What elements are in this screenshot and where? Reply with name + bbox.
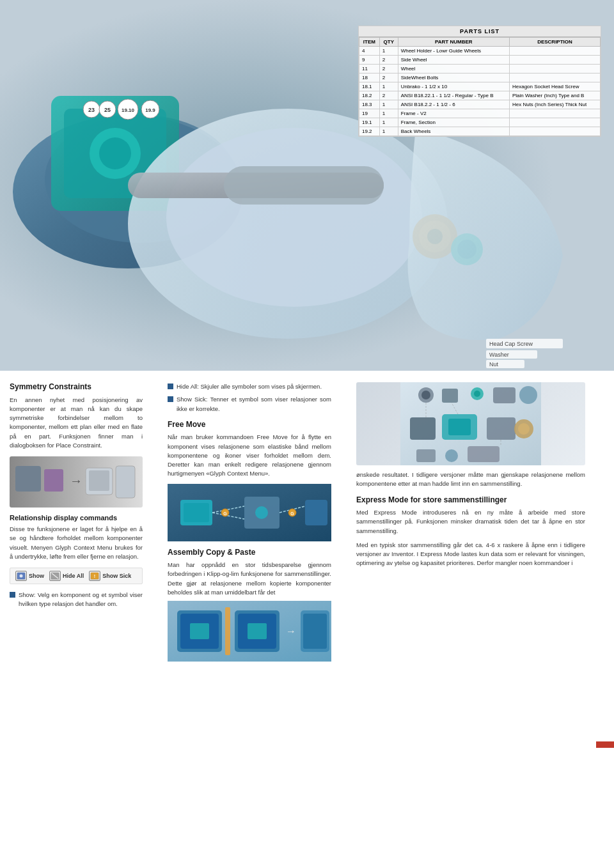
svg-rect-82 [468, 446, 500, 462]
bullet-square-show [10, 592, 15, 598]
col-header-partnum: PART NUMBER [398, 38, 509, 47]
bullet-square-sick [168, 396, 173, 402]
col-header-desc: DESCRIPTION [509, 38, 600, 47]
top-cad-image: Head Cap Screw Washer Nut 23 25 19.10 19… [0, 0, 614, 371]
free-move-svg: G G [168, 484, 331, 541]
bullet-hide-text: Hide All: Skjuler alle symboler som vise… [177, 382, 322, 391]
svg-text:→: → [286, 626, 296, 637]
svg-point-8 [166, 128, 422, 307]
svg-text:!: ! [94, 574, 95, 578]
svg-text:25: 25 [104, 107, 111, 113]
svg-point-6 [99, 137, 131, 169]
left-column: Symmetry Constraints En annen nyhet med … [10, 382, 150, 665]
table-row: 18.31ANSI B18.2.2 - 1 1/2 - 6Hex Nuts (I… [359, 100, 601, 109]
side-margin-bar: 17 cad magasinet 2 • 2013 [596, 741, 614, 748]
symmetry-title: Symmetry Constraints [10, 382, 143, 392]
svg-text:Washer: Washer [489, 352, 509, 358]
exploded-image [356, 382, 585, 465]
table-row: 182SideWheel Bolts [359, 74, 601, 82]
table-row: 92Side Wheel [359, 56, 601, 65]
svg-point-37 [20, 575, 23, 578]
svg-point-79 [518, 423, 530, 435]
issue-year: 2 • 2013 [599, 729, 611, 741]
rel-display-body: Disse tre funksjonene er laget for å hje… [10, 525, 143, 561]
svg-point-48 [255, 506, 268, 519]
express-body: Med Express Mode introduseres nå en ny m… [356, 508, 585, 536]
show-icon [15, 571, 27, 581]
parts-list-table: ITEM QTY PART NUMBER DESCRIPTION 41Wheel… [359, 37, 601, 136]
svg-rect-58 [190, 623, 209, 639]
show-label: Show [29, 573, 44, 579]
svg-rect-31 [44, 469, 63, 492]
svg-rect-44 [184, 503, 209, 522]
svg-text:Nut: Nut [489, 361, 499, 368]
svg-point-68 [421, 391, 430, 399]
express-title: Express Mode for store sammenstillinger [356, 495, 585, 506]
svg-rect-80 [416, 449, 436, 462]
hide-all-icon [49, 571, 61, 581]
svg-text:19.9: 19.9 [145, 107, 155, 113]
symmetry-body: En annen nyhet med posisjonering av komp… [10, 396, 143, 451]
table-row: 191Frame - V2 [359, 109, 601, 118]
right-column: ønskede resultatet. I tidligere versjone… [349, 382, 585, 665]
bullet-sick-text: Show Sick: Tenner et symbol som viser re… [177, 395, 331, 414]
magazine-name: cad magasinet [602, 676, 609, 728]
bullet-square-hide [168, 384, 173, 389]
free-move-title: Free Move [168, 420, 331, 430]
svg-rect-62 [248, 623, 267, 639]
bullet-sick: Show Sick: Tenner et symbol som viser re… [168, 395, 331, 414]
svg-point-81 [445, 449, 458, 462]
middle-column: Hide All: Skjuler alle symboler som vise… [160, 382, 339, 665]
svg-rect-72 [493, 387, 516, 403]
exploded-svg [400, 382, 541, 465]
page-number: 17 [600, 665, 610, 676]
svg-rect-74 [410, 417, 436, 440]
svg-rect-30 [15, 466, 41, 492]
hide-all-icon-group: Hide All [49, 571, 84, 581]
assembly-copy-title: Assembly Copy & Paste [168, 548, 331, 558]
bullet-show: Show: Velg en komponent og et symbol vis… [10, 591, 143, 609]
table-row: 19.21Back Wheels [359, 127, 601, 136]
svg-rect-77 [487, 417, 516, 440]
table-row: 18.22ANSI B18.22.1 - 1 1/2 - Regular - T… [359, 91, 601, 100]
bullet-hide: Hide All: Skjuler alle symboler som vise… [168, 382, 331, 391]
svg-rect-65 [303, 614, 327, 649]
bottom-content: Symmetry Constraints En annen nyhet med … [0, 371, 614, 677]
svg-rect-35 [116, 466, 135, 498]
show-icon-group: Show [15, 571, 44, 581]
assembly-copy-body: Man har oppnådd en stor tidsbesparelse g… [168, 561, 331, 597]
svg-text:G: G [223, 511, 227, 516]
express-body2: Med en typisk stor sammenstilling går de… [356, 541, 585, 568]
svg-point-71 [474, 391, 480, 397]
table-row: 112Wheel [359, 65, 601, 74]
rel-display-title: Relationship display commands [10, 514, 143, 522]
svg-rect-59 [225, 607, 230, 655]
svg-text:19.10: 19.10 [122, 107, 135, 113]
free-move-body: Når man bruker kommandoen Free Move for … [168, 433, 331, 478]
col-header-qty: QTY [379, 38, 398, 47]
svg-rect-76 [448, 419, 471, 435]
show-sick-icon-group: ! Show Sick [89, 571, 131, 581]
svg-rect-34 [89, 470, 109, 491]
table-row: 19.11Frame, Section [359, 118, 601, 127]
result-body: ønskede resultatet. I tidligere versjone… [356, 470, 585, 489]
parts-list-overlay: PARTS LIST ITEM QTY PART NUMBER DESCRIPT… [358, 26, 601, 137]
assembly-copy-svg: → [168, 601, 331, 662]
bullet-show-text: Show: Velg en komponent og et symbol vis… [19, 591, 143, 609]
svg-rect-50 [305, 500, 327, 525]
show-sick-icon: ! [89, 571, 100, 581]
svg-text:23: 23 [88, 107, 95, 113]
svg-rect-10 [224, 166, 384, 205]
parts-list-title: PARTS LIST [359, 26, 601, 37]
svg-text:→: → [70, 474, 83, 488]
hide-all-label: Hide All [63, 573, 84, 579]
svg-text:G: G [290, 511, 294, 516]
assembly-copy-image: → [168, 601, 331, 662]
svg-rect-69 [442, 389, 458, 403]
table-row: 18.11Unbrako - 1 1/2 x 10Hexagon Socket … [359, 82, 601, 91]
constraint-svg: → [12, 456, 140, 508]
show-sick-label: Show Sick [102, 573, 131, 579]
col-header-item: ITEM [359, 38, 380, 47]
constraint-image: → [10, 456, 143, 508]
svg-point-73 [519, 386, 537, 404]
